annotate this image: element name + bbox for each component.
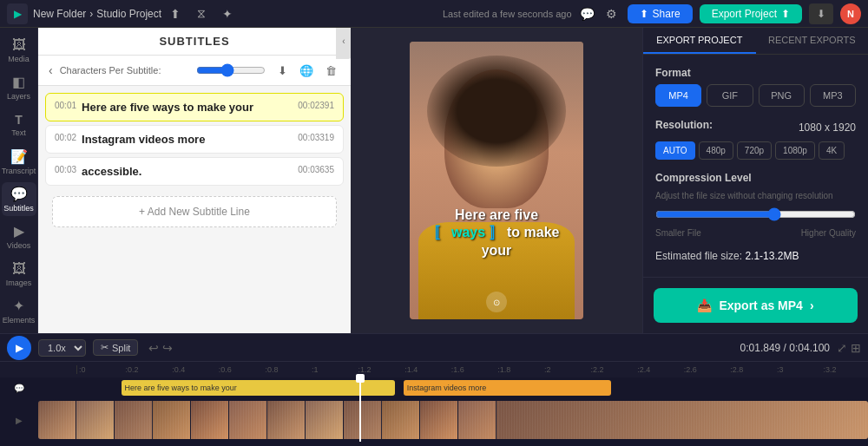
edited-status: Last edited a few seconds ago: [443, 9, 572, 19]
split-label: Split: [112, 343, 130, 353]
export-project-button[interactable]: Export Project ⬆: [700, 4, 802, 23]
total-time: 0:04.100: [789, 342, 830, 354]
video-thumb: [191, 401, 229, 439]
res-4k-button[interactable]: 4K: [819, 141, 845, 160]
subtitle-item-header: 00:01 Here are five ways to make your 00…: [55, 101, 334, 114]
format-mp4-button[interactable]: MP4: [655, 84, 701, 107]
chat-icon[interactable]: 💬: [579, 5, 596, 23]
timeline-history: ↩ ↪: [148, 341, 173, 355]
subtitle-item[interactable]: 00:01 Here are five ways to make your 00…: [45, 93, 344, 121]
res-720p-button[interactable]: 720p: [737, 141, 772, 160]
sidebar-item-transcript[interactable]: 📝 Transcript: [2, 145, 36, 179]
video-thumb: [344, 401, 382, 439]
res-480p-button[interactable]: 480p: [699, 141, 733, 160]
redo-button[interactable]: ↪: [162, 341, 173, 355]
compression-slider[interactable]: [655, 207, 856, 221]
video-thumb: [38, 401, 76, 439]
history-icon[interactable]: ⧖: [193, 5, 210, 23]
subtitle-track-item-2[interactable]: Instagram videos more: [404, 380, 611, 396]
topbar-left: ▶ New Folder › Studio Project ⬆ ⧖ ✦: [7, 3, 436, 24]
sidebar-item-text[interactable]: T Text: [2, 108, 36, 141]
subtitle-track-item-1[interactable]: Here are five ways to make your: [122, 380, 395, 396]
sidebar-item-elements[interactable]: ✦ Elements: [2, 294, 36, 328]
compression-label: Compression Level: [655, 172, 752, 184]
video-thumb: [306, 401, 344, 439]
video-player[interactable]: Here are five 〚 ways 〛 to make your ⊙: [410, 42, 583, 319]
video-track-content[interactable]: [38, 401, 868, 439]
sidebar-item-videos[interactable]: ▶ Videos: [2, 220, 36, 253]
video-area: Here are five 〚 ways 〛 to make your ⊙: [351, 28, 642, 333]
text-icon: T: [15, 113, 23, 127]
folder-name[interactable]: New Folder: [33, 8, 86, 20]
translate-subtitles-button[interactable]: 🌐: [297, 61, 316, 80]
back-button[interactable]: ‹: [49, 63, 53, 77]
video-thumb: [420, 401, 458, 439]
res-1080p-button[interactable]: 1080p: [775, 141, 815, 160]
video-track-label: ▶: [0, 416, 38, 425]
video-thumb: [115, 401, 153, 439]
add-subtitle-button[interactable]: + Add New Subtitle Line: [52, 196, 337, 227]
subtitle-item[interactable]: 00:03 accessible. 00:03 635: [45, 157, 344, 186]
transcript-icon: 📝: [10, 148, 28, 165]
format-section: Format MP4 GIF PNG MP3: [655, 67, 856, 107]
media-icon: 🖼: [12, 37, 26, 53]
video-thumb: [229, 401, 267, 439]
video-thumb: [76, 401, 115, 439]
sidebar-item-subtitles[interactable]: 💬 Subtitles: [2, 182, 36, 216]
sidebar-item-images[interactable]: 🖼 Images: [2, 257, 36, 291]
share-icon: ⬆: [640, 8, 648, 20]
upload-icon[interactable]: ⬆: [167, 5, 184, 23]
sidebar-item-layers[interactable]: ◧ Layers: [2, 70, 36, 104]
format-png-button[interactable]: PNG: [759, 84, 805, 107]
main-content: 🖼 Media ◧ Layers T Text 📝 Transcript 💬 S…: [0, 28, 868, 333]
format-mp3-button[interactable]: MP3: [810, 84, 856, 107]
video-thumb: [382, 401, 420, 439]
share-button[interactable]: ⬆ Share: [628, 4, 693, 23]
res-auto-button[interactable]: AUTO: [655, 141, 695, 160]
resolution-section: Resolution: 1080 x 1920 AUTO 480p 720p 1…: [655, 119, 856, 160]
export-footer: 📥 Export as MP4 ›: [643, 277, 868, 333]
subtitle-track-row: 💬 Here are five ways to make your Instag…: [0, 377, 868, 398]
download-subtitles-button[interactable]: ⬇: [273, 61, 292, 80]
subtitle-track-label: 💬: [0, 384, 38, 393]
subtitle-item[interactable]: 00:02 Instagram videos more 00:03 319: [45, 125, 344, 154]
video-text-normal: to make: [507, 225, 559, 239]
video-track-icon: ▶: [16, 416, 23, 425]
split-button[interactable]: ✂ Split: [93, 339, 138, 356]
settings-icon[interactable]: ⚙: [603, 5, 621, 23]
zoom-in-button[interactable]: ⊞: [851, 341, 861, 355]
subtitles-title: SUBTITLES: [159, 35, 229, 48]
topbar: ▶ New Folder › Studio Project ⬆ ⧖ ✦ Last…: [0, 0, 868, 28]
tab-export-project[interactable]: EXPORT PROJECT: [643, 28, 756, 54]
video-text-highlight: ways: [451, 225, 485, 239]
ruler-marks: :0 :0.2 :0.4 :0.6 :0.8 :1 :1.2 :1.4 :1.6…: [76, 365, 868, 374]
project-name[interactable]: Studio Project: [96, 8, 161, 20]
tab-recent-exports[interactable]: RECENT EXPORTS: [756, 28, 869, 54]
collapse-panel-button[interactable]: ‹: [336, 28, 352, 59]
play-button[interactable]: ▶: [7, 336, 31, 360]
delete-subtitles-button[interactable]: 🗑: [321, 61, 340, 80]
export-icon: ⬆: [781, 8, 790, 20]
file-size-row: Estimated file size: 2.1-13.2MB: [655, 250, 856, 262]
avatar: N: [840, 3, 861, 24]
speed-select[interactable]: 1.0x 0.5x 1.5x 2.0x: [38, 339, 86, 357]
undo-button[interactable]: ↩: [148, 341, 159, 355]
chars-per-subtitle-slider[interactable]: [196, 63, 266, 77]
breadcrumb-sep1: ›: [89, 8, 93, 20]
format-gif-button[interactable]: GIF: [707, 84, 753, 107]
video-thumbnails: [38, 401, 868, 439]
compression-labels: Smaller File Higher Quality: [655, 228, 856, 238]
timeline-ruler: :0 :0.2 :0.4 :0.6 :0.8 :1 :1.2 :1.4 :1.6…: [0, 362, 868, 377]
export-as-mp4-button[interactable]: 📥 Export as MP4 ›: [654, 288, 858, 323]
sidebar-item-media[interactable]: 🖼 Media: [2, 33, 36, 67]
fit-view-button[interactable]: ⤢: [837, 341, 847, 355]
magic-icon[interactable]: ✦: [219, 5, 236, 23]
export-tabs: EXPORT PROJECT RECENT EXPORTS: [643, 28, 868, 55]
video-bracket-left: 〚: [434, 225, 448, 239]
export-panel: EXPORT PROJECT RECENT EXPORTS Format MP4…: [642, 28, 868, 333]
subtitle-item-header: 00:03 accessible. 00:03 635: [55, 165, 334, 178]
download-button[interactable]: ⬇: [809, 3, 833, 24]
export-content: Format MP4 GIF PNG MP3 Resolution: 1080 …: [643, 55, 868, 277]
toolbar-actions: ⬇ 🌐 🗑: [273, 61, 340, 80]
video-background: [410, 42, 583, 319]
